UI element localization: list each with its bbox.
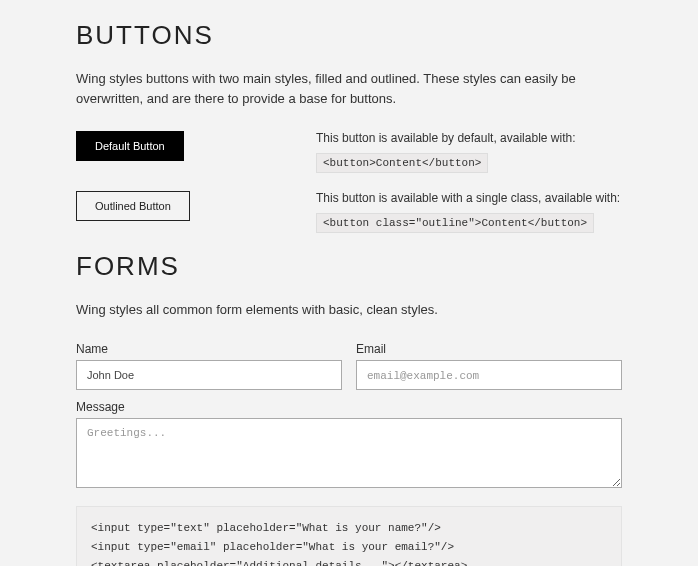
outlined-button-row: Outlined Button This button is available… xyxy=(76,191,622,233)
outlined-button-desc: This button is available with a single c… xyxy=(316,191,622,205)
name-label: Name xyxy=(76,342,342,356)
email-label: Email xyxy=(356,342,622,356)
name-input[interactable] xyxy=(76,360,342,390)
forms-intro: Wing styles all common form elements wit… xyxy=(76,300,596,320)
message-textarea[interactable] xyxy=(76,418,622,488)
buttons-heading: BUTTONS xyxy=(76,20,622,51)
default-button[interactable]: Default Button xyxy=(76,131,184,161)
forms-heading: FORMS xyxy=(76,251,622,282)
default-button-desc: This button is available by default, ava… xyxy=(316,131,622,145)
message-label: Message xyxy=(76,400,622,414)
forms-code-block: <input type="text" placeholder="What is … xyxy=(76,506,622,566)
outlined-button[interactable]: Outlined Button xyxy=(76,191,190,221)
default-button-row: Default Button This button is available … xyxy=(76,131,622,173)
buttons-intro: Wing styles buttons with two main styles… xyxy=(76,69,596,109)
outlined-button-code: <button class="outline">Content</button> xyxy=(316,213,594,233)
default-button-code: <button>Content</button> xyxy=(316,153,488,173)
email-input[interactable] xyxy=(356,360,622,390)
